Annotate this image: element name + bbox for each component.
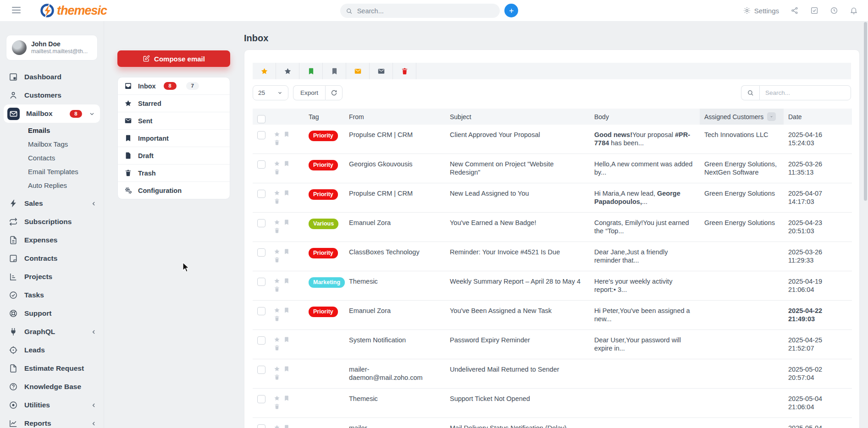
table-search-input[interactable]	[759, 85, 851, 100]
folder-item-sent[interactable]: Sent	[118, 112, 230, 129]
folder-item-draft[interactable]: Draft	[118, 147, 230, 164]
sidebar-item-projects[interactable]: Projects	[0, 268, 104, 286]
sidebar-subitem-auto-replies[interactable]: Auto Replies	[0, 179, 104, 192]
row-star-icon[interactable]	[274, 366, 280, 372]
row-bookmark-icon[interactable]	[283, 248, 290, 255]
row-bookmark-icon[interactable]	[283, 424, 290, 428]
bulk-envelope-button[interactable]	[370, 63, 393, 79]
settings-button[interactable]: Settings	[743, 6, 779, 15]
export-button[interactable]: Export	[293, 85, 325, 100]
email-row[interactable]: PriorityPropulse CRM | CRMClient Approve…	[253, 125, 852, 154]
row-checkbox[interactable]	[257, 424, 265, 428]
global-search-input[interactable]	[356, 7, 494, 15]
row-bookmark-icon[interactable]	[283, 307, 290, 313]
bulk-trash-button[interactable]	[393, 63, 416, 79]
bulk-bookmark-button[interactable]	[323, 63, 346, 79]
row-checkbox[interactable]	[257, 278, 265, 286]
email-row[interactable]: mailer-daemon@mail.zoho.comMail Delivery…	[253, 418, 852, 428]
bulk-envelope-button[interactable]	[346, 63, 370, 79]
row-checkbox[interactable]	[257, 219, 265, 227]
row-checkbox[interactable]	[257, 160, 265, 169]
row-trash-icon[interactable]	[274, 169, 280, 175]
row-star-icon[interactable]	[274, 307, 280, 313]
bulk-star-button[interactable]	[253, 63, 276, 79]
row-bookmark-icon[interactable]	[283, 278, 290, 284]
sidebar-subitem-email-templates[interactable]: Email Templates	[0, 165, 104, 179]
row-star-icon[interactable]	[274, 395, 280, 401]
email-row[interactable]: PriorityEmanuel ZoraYou've Been Assigned…	[253, 301, 852, 330]
row-trash-icon[interactable]	[274, 286, 280, 292]
sidebar-item-contracts[interactable]: Contracts	[0, 249, 104, 268]
bulk-bookmark-button[interactable]	[299, 63, 323, 79]
row-star-icon[interactable]	[274, 424, 280, 428]
email-row[interactable]: PriorityGeorgios GkouvousisNew Comment o…	[253, 154, 852, 183]
sidebar-item-subscriptions[interactable]: Subscriptions	[0, 213, 104, 231]
row-bookmark-icon[interactable]	[283, 131, 290, 137]
row-star-icon[interactable]	[274, 336, 280, 343]
compose-email-button[interactable]: Compose email	[117, 50, 230, 67]
row-star-icon[interactable]	[274, 190, 280, 196]
sidebar-item-dashboard[interactable]: Dashboard	[0, 68, 104, 86]
row-trash-icon[interactable]	[274, 315, 280, 322]
table-search-button[interactable]	[741, 85, 759, 100]
folder-item-important[interactable]: Important	[118, 129, 230, 147]
row-star-icon[interactable]	[274, 219, 280, 225]
folder-item-configuration[interactable]: Configuration	[118, 181, 230, 199]
folder-item-starred[interactable]: Starred	[118, 94, 230, 112]
share-icon[interactable]	[791, 6, 799, 15]
row-trash-icon[interactable]	[274, 345, 280, 351]
row-trash-icon[interactable]	[274, 227, 280, 234]
user-card[interactable]: John Doe mailtest.mailtest@th...	[6, 35, 98, 60]
refresh-button[interactable]	[325, 85, 343, 100]
global-search[interactable]	[340, 4, 500, 18]
row-trash-icon[interactable]	[274, 139, 280, 146]
page-scrollbar[interactable]	[864, 22, 867, 201]
row-bookmark-icon[interactable]	[283, 336, 290, 343]
sidebar-item-mailbox[interactable]: Mailbox8	[4, 104, 100, 123]
row-trash-icon[interactable]	[274, 198, 280, 204]
sidebar-item-reports[interactable]: Reports	[0, 414, 104, 428]
folder-item-trash[interactable]: Trash	[118, 164, 230, 181]
menu-toggle-icon[interactable]	[12, 7, 21, 14]
email-row[interactable]: ThemesicSupport Ticket Not Opened2025-05…	[253, 389, 852, 418]
row-checkbox[interactable]	[257, 248, 265, 257]
email-row[interactable]: MarketingThemesicWeekly Summary Report –…	[253, 271, 852, 301]
row-bookmark-icon[interactable]	[283, 395, 290, 401]
sidebar-item-knowledge-base[interactable]: Knowledge Base	[0, 378, 104, 396]
row-bookmark-icon[interactable]	[283, 190, 290, 196]
sidebar-item-support[interactable]: Support	[0, 304, 104, 323]
sidebar-item-estimate-request[interactable]: Estimate Request	[0, 359, 104, 378]
sidebar-subitem-contacts[interactable]: Contacts	[0, 151, 104, 165]
sidebar-item-expenses[interactable]: Expenses	[0, 231, 104, 249]
email-row[interactable]: VariousEmanuel ZoraYou've Earned a New B…	[253, 213, 852, 242]
bulk-star-button[interactable]	[276, 63, 299, 79]
row-checkbox[interactable]	[257, 336, 265, 345]
select-all-checkbox[interactable]	[257, 115, 265, 123]
row-star-icon[interactable]	[274, 278, 280, 284]
sidebar-item-leads[interactable]: Leads	[0, 341, 104, 359]
sidebar-item-tasks[interactable]: Tasks	[0, 286, 104, 304]
row-checkbox[interactable]	[257, 366, 265, 374]
row-trash-icon[interactable]	[274, 403, 280, 410]
row-star-icon[interactable]	[274, 131, 280, 137]
row-checkbox[interactable]	[257, 395, 265, 403]
sidebar-subitem-mailbox-tags[interactable]: Mailbox Tags	[0, 137, 104, 151]
email-row[interactable]: mailer-daemon@mail.zoho.comUndelivered M…	[253, 359, 852, 389]
assigned-sort-button[interactable]	[767, 112, 776, 121]
row-checkbox[interactable]	[257, 131, 265, 139]
row-bookmark-icon[interactable]	[283, 160, 290, 167]
email-row[interactable]: PriorityPropulse CRM | CRMNew Lead Assig…	[253, 183, 852, 213]
sidebar-item-graphql[interactable]: GraphQL	[0, 323, 104, 341]
row-star-icon[interactable]	[274, 160, 280, 167]
email-row[interactable]: PriorityClassBoxes TechnologyReminder: Y…	[253, 242, 852, 271]
row-star-icon[interactable]	[274, 248, 280, 255]
email-row[interactable]: System NotificationPassword Expiry Remin…	[253, 330, 852, 359]
sidebar-subitem-emails[interactable]: Emails	[0, 124, 104, 137]
add-button[interactable]	[504, 4, 518, 17]
sidebar-item-customers[interactable]: Customers	[0, 86, 104, 104]
row-bookmark-icon[interactable]	[283, 366, 290, 372]
folder-item-inbox[interactable]: Inbox87	[118, 77, 230, 94]
bell-icon[interactable]	[850, 6, 858, 15]
check-square-icon[interactable]	[810, 6, 818, 15]
sidebar-item-sales[interactable]: Sales	[0, 194, 104, 213]
